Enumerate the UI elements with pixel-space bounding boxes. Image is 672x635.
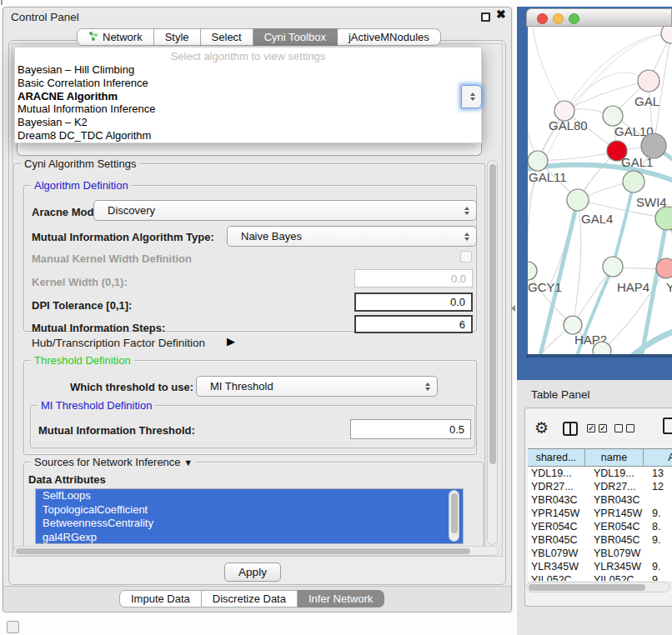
- network-node-gcy1[interactable]: [528, 262, 537, 280]
- settings-horizontal-scrollbar[interactable]: [13, 546, 499, 556]
- table-row[interactable]: YDR27...YDR27...12: [528, 480, 672, 493]
- network-node-hap2[interactable]: [564, 316, 582, 334]
- mi-threshold-label: Mutual Information Threshold:: [38, 424, 195, 437]
- network-node-gal10[interactable]: [603, 106, 623, 126]
- table-cell: [644, 493, 672, 507]
- gear-icon[interactable]: ⚙: [534, 418, 549, 438]
- network-node-node-pink[interactable]: [656, 258, 672, 278]
- split-pane-collapse-icon[interactable]: [511, 305, 515, 312]
- algorithm-option[interactable]: Basic Correlation Inference: [18, 77, 155, 90]
- tab-network[interactable]: Network: [77, 28, 154, 46]
- stepper-icon: [464, 232, 469, 241]
- tab-cyni-toolbox[interactable]: Cyni Toolbox: [253, 28, 338, 46]
- column-header[interactable]: name: [585, 449, 644, 466]
- table-cell: YDL19...: [528, 467, 585, 480]
- kernel-width-field[interactable]: 0.0: [354, 269, 473, 288]
- select-all-columns-icon[interactable]: ✓✓: [587, 424, 607, 432]
- table-row[interactable]: YPR145WYPR145W9.: [528, 507, 672, 520]
- apply-button[interactable]: Apply: [224, 562, 281, 582]
- column-header[interactable]: A: [644, 449, 672, 466]
- attribute-item[interactable]: TopologicalCoefficient: [36, 503, 463, 518]
- table-row[interactable]: YBR043CYBR043C: [528, 493, 672, 507]
- mi-threshold-field[interactable]: 0.5: [350, 419, 471, 439]
- table-cell: YLR345W: [528, 560, 585, 573]
- attribute-item[interactable]: BetweennessCentrality: [36, 517, 463, 531]
- algorithm-option[interactable]: Mutual Information Inference: [18, 102, 155, 116]
- algorithm-option[interactable]: Bayesian – K2: [18, 116, 155, 129]
- collapse-arrow-icon[interactable]: ▼: [183, 458, 193, 468]
- which-threshold-value: MI Threshold: [210, 380, 273, 392]
- network-window-titlebar[interactable]: [526, 8, 672, 27]
- table-row[interactable]: YBR045CYBR045C9.: [528, 533, 672, 547]
- manual-kernel-width-checkbox[interactable]: [460, 251, 472, 262]
- node-label-gal1: GAL1: [621, 155, 653, 169]
- bottom-margin: [0, 612, 517, 635]
- network-node-gal11[interactable]: [528, 151, 548, 171]
- deselect-all-columns-icon[interactable]: [614, 424, 634, 432]
- columns-icon[interactable]: [563, 422, 578, 436]
- node-label-gal80: GAL80: [549, 118, 588, 132]
- table-row[interactable]: YDL19...YDL19...13: [528, 467, 672, 480]
- tab-style[interactable]: Style: [154, 28, 201, 46]
- minimize-traffic-light-icon[interactable]: [553, 13, 564, 24]
- zoom-traffic-light-icon[interactable]: [569, 13, 579, 24]
- algorithm-option[interactable]: ARACNE Algorithm: [18, 90, 155, 103]
- dpi-tolerance-label: DPI Tolerance [0,1]:: [32, 299, 132, 312]
- mi-algorithm-type-select[interactable]: Naive Bayes: [227, 226, 477, 247]
- node-label-hap4: HAP4: [617, 280, 649, 294]
- table-cell: YER054C: [528, 520, 585, 533]
- tab-discretize-data[interactable]: Discretize Data: [202, 590, 298, 608]
- table-cell: YIL052C: [585, 573, 644, 581]
- column-header[interactable]: shared...: [528, 449, 585, 466]
- network-node-node-top-partial[interactable]: [661, 27, 672, 43]
- cyni-bottom-tabbar: Impute DataDiscretize DataInfer Network: [119, 590, 384, 608]
- tab-label: Discretize Data: [213, 592, 286, 605]
- network-node-hap4[interactable]: [603, 257, 623, 277]
- float-window-icon[interactable]: [481, 12, 490, 22]
- table-row[interactable]: YBL079WYBL079W: [528, 547, 672, 560]
- algorithm-option[interactable]: Dream8 DC_TDC Algorithm: [18, 129, 155, 142]
- tab-select[interactable]: Select: [201, 28, 253, 46]
- sources-group-title: Sources for Network Inference ▼: [31, 456, 196, 468]
- algorithm-option[interactable]: Bayesian – Hill Climbing: [18, 63, 155, 77]
- tab-impute-data[interactable]: Impute Data: [119, 590, 202, 608]
- node-label-node-gal-partial: GAL: [634, 94, 659, 108]
- close-traffic-light-icon[interactable]: [537, 13, 548, 24]
- attribute-item[interactable]: gal4RGexp: [36, 531, 463, 545]
- focused-combobox-fragment[interactable]: [461, 85, 482, 108]
- node-table[interactable]: shared...nameAYDL19...YDL19...13YDR27...…: [528, 448, 672, 581]
- hub-definition-label[interactable]: Hub/Transcription Factor Definition: [32, 337, 205, 349]
- which-threshold-label: Which threshold to use:: [70, 381, 193, 393]
- which-threshold-select[interactable]: MI Threshold: [196, 376, 438, 397]
- sources-title-text: Sources for Network Inference: [34, 456, 181, 468]
- table-row[interactable]: YER054CYER054C8.: [528, 520, 672, 533]
- table-cell: YER054C: [585, 520, 644, 533]
- table-horizontal-scrollbar[interactable]: [526, 582, 670, 592]
- algorithm-combobox-remnant[interactable]: [17, 143, 482, 156]
- table-row[interactable]: YIL052CYIL052C9: [528, 573, 672, 581]
- new-table-icon[interactable]: [663, 418, 672, 434]
- table-cell: YBL079W: [528, 547, 585, 560]
- dpi-tolerance-field[interactable]: 0.0: [354, 292, 473, 312]
- network-node-swi4[interactable]: [655, 207, 672, 230]
- table-cell: YBR045C: [528, 533, 585, 547]
- tab-jactivemnodules[interactable]: jActiveMNodules: [338, 28, 441, 46]
- mi-steps-field[interactable]: 6: [354, 315, 473, 333]
- stepper-icon: [425, 382, 430, 391]
- settings-vertical-scrollbar[interactable]: [487, 160, 498, 545]
- data-attributes-list[interactable]: SelfLoopsTopologicalCoefficientBetweenne…: [35, 488, 464, 544]
- tab-infer-network[interactable]: Infer Network: [298, 590, 384, 608]
- network-node-gal1[interactable]: [623, 171, 644, 192]
- attribute-list-scrollbar[interactable]: [449, 490, 459, 542]
- tab-label: Network: [103, 31, 143, 43]
- attribute-item[interactable]: SelfLoops: [36, 489, 463, 503]
- aracne-mode-select[interactable]: Discovery: [93, 200, 477, 221]
- network-canvas[interactable]: GALGAL80GAL10GAL11GAL1GAL4SWI4GCY1HAP4YH…: [528, 27, 672, 354]
- expand-arrow-icon[interactable]: ▶: [227, 335, 235, 348]
- network-node-node-gal-partial[interactable]: [638, 70, 659, 92]
- close-panel-icon[interactable]: ✖: [496, 8, 506, 21]
- minimized-panel-icon[interactable]: [7, 621, 19, 633]
- table-row[interactable]: YLR345WYLR345W9.: [528, 560, 672, 573]
- mi-threshold-value: 0.5: [449, 423, 464, 436]
- network-node-gal4[interactable]: [567, 189, 589, 211]
